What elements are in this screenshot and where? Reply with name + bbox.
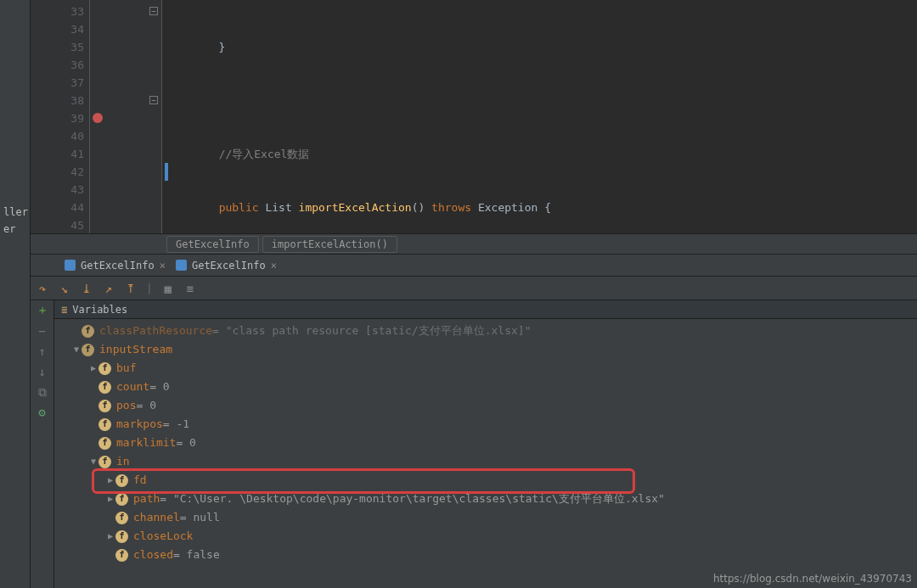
step-over-icon[interactable]: ↷ [36,282,49,295]
var-name: fd [133,471,147,490]
code-area[interactable]: } //导入Excel数据 public List importExcelAct… [162,0,917,233]
var-node[interactable]: fchannel = null [54,508,917,527]
var-name: closed [133,546,173,564]
var-name: closeLock [133,527,193,546]
code-line[interactable] [162,92,917,109]
step-into-icon[interactable]: ↘ [58,282,71,295]
line-gutter: 33 34 35 36 37 38 39 40 41 42 43 44 45 [31,0,90,233]
close-icon[interactable]: × [160,260,166,272]
down-icon[interactable]: ↓ [36,365,49,378]
step-out-icon[interactable]: ↗ [102,282,115,295]
expand-icon[interactable]: ▶ [105,471,115,490]
field-badge-icon: f [115,512,128,524]
var-node[interactable]: fclassPathResource = "class path resourc… [54,322,917,340]
expand-icon[interactable]: ▶ [88,359,98,378]
var-node[interactable]: fcount = 0 [54,378,917,396]
var-node[interactable]: ▶fcloseLock [54,527,917,546]
close-icon[interactable]: × [271,260,277,272]
var-value: = null [180,508,220,527]
var-value: = "class path resource [static/支付平台单位.xl… [212,322,531,340]
remove-icon[interactable]: − [36,324,49,338]
var-value: = -1 [163,415,189,434]
breadcrumb-item[interactable]: GetExcelInfo [166,236,259,253]
debug-toolbar: ↷ ↘ ⤓ ↗ ⤒ | ▦ ≡ [31,277,917,300]
expand-icon[interactable]: ▶ [105,490,115,508]
variables-body: ≣ Variables fclassPathResource = "class … [54,300,917,588]
var-node[interactable]: ▼finputStream [54,340,917,359]
rail-item[interactable]: er [0,221,30,238]
file-icon [176,260,187,271]
force-step-into-icon[interactable]: ⤓ [80,282,93,295]
debug-side-icons: ＋ − ↑ ↓ ⧉ ⚙ [31,300,54,588]
field-badge-icon: f [115,493,128,506]
field-badge-icon: f [98,362,111,375]
variables-header: ≣ Variables [54,300,917,319]
variables-panel: ＋ − ↑ ↓ ⧉ ⚙ ≣ Variables fclassPathResour… [31,300,917,588]
code-line[interactable]: //导入Excel数据 [162,145,917,163]
fold-icon[interactable]: − [149,96,158,104]
var-node[interactable]: ▼fin [54,452,917,471]
var-node[interactable]: ▶fpath = "C:\User. \Desktop\code\pay-mon… [54,490,917,508]
rail-item[interactable]: ller [0,204,30,221]
var-value: = "C:\User. \Desktop\code\pay-monitor\ta… [160,490,665,508]
var-name: path [133,490,160,508]
var-name: channel [133,508,180,527]
var-node[interactable]: ▶fbuf [54,359,917,378]
var-name: in [116,452,130,471]
var-name: markpos [116,415,163,434]
root: ller er 33 34 35 36 37 38 39 40 41 42 43… [0,0,917,588]
expand-icon[interactable]: ▼ [88,452,98,471]
expand-icon[interactable]: ▼ [71,340,82,359]
var-value: = 0 [136,396,155,415]
debug-tab[interactable]: GetExcelInfo × [65,260,166,272]
expand-icon[interactable]: ▶ [105,527,115,546]
vars-icon: ≣ [61,304,67,316]
code-line[interactable]: } [162,38,917,56]
fold-icon[interactable]: − [149,7,158,15]
field-badge-icon: f [82,325,94,338]
var-node[interactable]: fclosed = false [54,546,917,564]
code-line[interactable]: public List importExcelAction() throws E… [162,199,917,216]
main: 33 34 35 36 37 38 39 40 41 42 43 44 45 − [31,0,917,588]
breadcrumb-item[interactable]: importExcelAction() [262,236,397,253]
up-icon[interactable]: ↑ [36,344,49,358]
watermark: https://blog.csdn.net/weixin_43970743 [713,573,912,585]
field-badge-icon: f [98,400,111,412]
field-badge-icon: f [98,418,111,431]
var-node[interactable]: fmarklimit = 0 [54,434,917,452]
field-badge-icon: f [82,344,94,356]
debug-tab[interactable]: GetExcelInfo × [176,260,277,272]
var-node[interactable]: fpos = 0 [54,396,917,415]
gutter-icons: − − [90,0,162,233]
field-badge-icon: f [115,549,128,562]
var-value: = 0 [176,434,195,452]
evaluate-icon[interactable]: ▦ [161,282,175,295]
var-name: classPathResource [99,322,212,340]
add-watch-icon[interactable]: ＋ [36,304,49,317]
field-badge-icon: f [98,456,111,468]
var-name: marklimit [116,434,176,452]
copy-icon[interactable]: ⧉ [36,385,49,399]
left-tool-rail: ller er [0,0,31,588]
variables-tree[interactable]: fclassPathResource = "class path resourc… [54,319,917,588]
var-name: count [116,378,149,396]
settings-icon[interactable]: ⚙ [36,406,49,419]
drop-frame-icon[interactable]: ⤒ [124,282,138,295]
debug-tabs: GetExcelInfo × GetExcelInfo × [31,255,917,277]
watch-icon[interactable]: ≡ [183,282,197,295]
var-value: = 0 [149,378,169,396]
field-badge-icon: f [115,530,128,543]
var-name: pos [116,396,136,415]
var-name: inputStream [99,340,172,359]
var-node[interactable]: ▶ffd [54,471,917,490]
field-badge-icon: f [98,437,111,450]
exec-marker [165,163,168,181]
code-editor[interactable]: 33 34 35 36 37 38 39 40 41 42 43 44 45 − [31,0,917,234]
var-name: buf [116,359,136,378]
var-node[interactable]: fmarkpos = -1 [54,415,917,434]
breadcrumb: GetExcelInfo importExcelAction() [31,234,917,255]
error-icon[interactable] [93,113,103,123]
var-value: = false [173,546,220,564]
field-badge-icon: f [98,381,111,394]
field-badge-icon: f [115,474,128,487]
